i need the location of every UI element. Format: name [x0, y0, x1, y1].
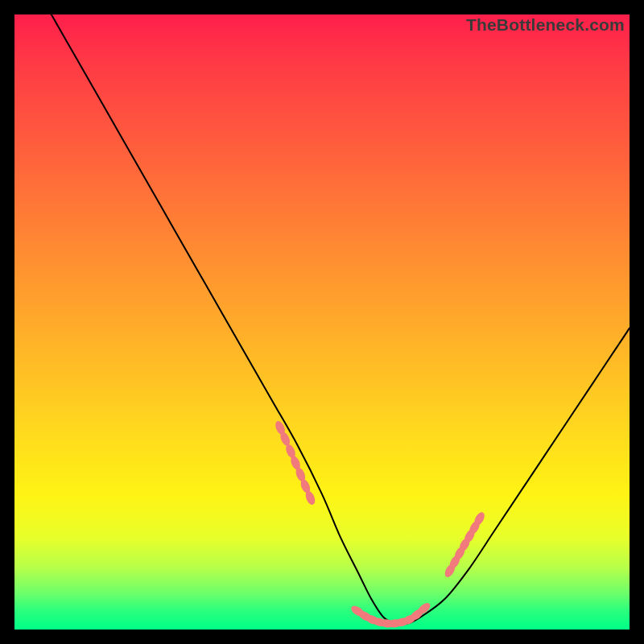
chart-frame: TheBottleneck.com — [14, 14, 630, 630]
bead-layer — [274, 419, 487, 628]
chart-svg — [14, 14, 630, 630]
bottleneck-curve-path — [52, 14, 630, 624]
